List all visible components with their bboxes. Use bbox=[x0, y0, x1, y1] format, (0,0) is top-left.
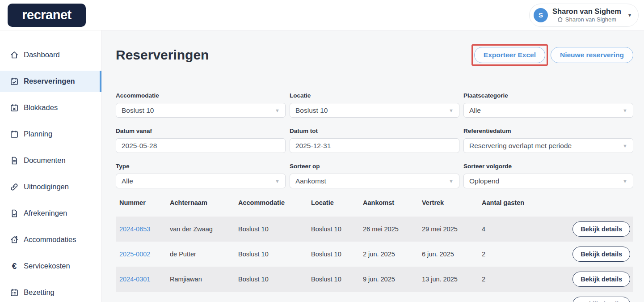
view-details-button[interactable]: Bekijk details bbox=[572, 247, 630, 262]
plaatscategorie-select[interactable]: Alle ▼ bbox=[463, 103, 633, 118]
sidebar-item-uitnodigingen[interactable]: Uitnodigingen bbox=[0, 176, 101, 197]
filter-datum-vanaf: Datum vanaf bbox=[116, 127, 286, 153]
recranet-logo[interactable]: recranet bbox=[8, 4, 86, 27]
filter-locatie: Locatie Boslust 10 ▼ bbox=[290, 92, 459, 118]
calendar-icon bbox=[10, 130, 19, 139]
sidebar-item-label: Bezetting bbox=[24, 288, 55, 297]
title-actions: Exporteer Excel Nieuwe reservering bbox=[471, 44, 633, 66]
cell-aankomst: 9 jun. 2025 bbox=[363, 276, 422, 283]
sidebar-item-label: Accommodaties bbox=[24, 235, 76, 244]
view-details-button[interactable]: Bekijk details bbox=[572, 272, 630, 287]
chevron-down-icon: ▼ bbox=[623, 108, 627, 113]
filter-plaatscategorie: Plaatscategorie Alle ▼ bbox=[463, 92, 633, 118]
cell-locatie: Boslust 10 bbox=[311, 276, 363, 283]
reservations-table: Nummer Achternaam Accommodatie Locatie A… bbox=[116, 188, 633, 302]
table-row: 2025-0002 de Putter Boslust 10 Boslust 1… bbox=[116, 242, 633, 267]
export-highlight-box: Exporteer Excel bbox=[471, 44, 548, 66]
chevron-down-icon: ▼ bbox=[449, 179, 454, 184]
chevron-down-icon: ▾ bbox=[628, 12, 631, 18]
sidebar-item-planning[interactable]: Planning bbox=[0, 123, 101, 145]
filter-label: Referentiedatum bbox=[463, 127, 633, 135]
view-details-button[interactable]: Bekijk details bbox=[572, 221, 630, 237]
cell-locatie: Boslust 10 bbox=[311, 251, 363, 258]
view-details-button[interactable]: Bekijk details bbox=[572, 297, 630, 302]
sorteer-volgorde-select[interactable]: Oplopend ▼ bbox=[463, 174, 633, 188]
sidebar: Dashboard Reserveringen Blokkades Planni… bbox=[0, 30, 102, 302]
table-header-row: Nummer Achternaam Accommodatie Locatie A… bbox=[116, 188, 633, 217]
user-name: Sharon van Sighem bbox=[552, 7, 621, 16]
sidebar-item-afrekeningen[interactable]: Afrekeningen bbox=[0, 203, 101, 224]
user-account: Sharon van Sighem bbox=[557, 16, 616, 23]
locatie-select[interactable]: Boslust 10 ▼ bbox=[290, 103, 459, 118]
filter-label: Datum tot bbox=[290, 127, 459, 135]
house-icon bbox=[10, 235, 19, 244]
sidebar-item-accommodaties[interactable]: Accommodaties bbox=[0, 229, 101, 250]
filter-label: Sorteer volgorde bbox=[463, 162, 633, 170]
cell-achternaam: de Putter bbox=[170, 251, 238, 258]
type-select[interactable]: Alle ▼ bbox=[116, 174, 286, 188]
sorteer-op-select[interactable]: Aankomst ▼ bbox=[290, 174, 459, 188]
sidebar-item-documenten[interactable]: Documenten bbox=[0, 150, 101, 171]
sidebar-item-blokkades[interactable]: Blokkades bbox=[0, 97, 101, 118]
reservation-number-link[interactable]: 2024-0653 bbox=[119, 225, 170, 233]
column-header-locatie: Locatie bbox=[311, 199, 363, 206]
column-header-vertrek: Vertrek bbox=[422, 199, 482, 206]
column-header-aankomst: Aankomst bbox=[363, 199, 422, 206]
datum-tot-input[interactable] bbox=[295, 142, 454, 150]
column-header-gasten: Aantal gasten bbox=[482, 199, 630, 206]
user-info: Sharon van Sighem Sharon van Sighem bbox=[552, 7, 621, 23]
user-menu[interactable]: S Sharon van Sighem Sharon van Sighem ▾ bbox=[529, 4, 639, 27]
cell-gasten: 2 bbox=[482, 276, 572, 283]
calendar-grid-icon bbox=[10, 288, 19, 297]
cell-locatie: Boslust 10 bbox=[311, 225, 363, 233]
cell-vertrek: 6 jun. 2025 bbox=[422, 251, 482, 258]
calendar-x-icon bbox=[10, 103, 19, 112]
filter-sorteer-volgorde: Sorteer volgorde Oplopend ▼ bbox=[463, 162, 633, 188]
cell-accommodatie: Boslust 10 bbox=[238, 225, 311, 233]
table-row: 2024-0653 van der Zwaag Boslust 10 Boslu… bbox=[116, 217, 633, 242]
invoice-icon bbox=[10, 209, 19, 218]
sidebar-item-label: Reserveringen bbox=[24, 77, 75, 85]
logo-text: recranet bbox=[22, 8, 71, 22]
euro-icon: € bbox=[10, 262, 19, 271]
filter-datum-tot: Datum tot bbox=[290, 127, 459, 153]
filter-referentiedatum: Referentiedatum Reservering overlapt met… bbox=[463, 127, 633, 153]
cell-achternaam: Ramjiawan bbox=[170, 276, 238, 283]
cell-aankomst: 26 mei 2025 bbox=[363, 225, 422, 233]
main-content: Reserveringen Exporteer Excel Nieuwe res… bbox=[102, 30, 644, 302]
reservation-number-link[interactable]: 2024-0301 bbox=[119, 276, 170, 283]
export-excel-button[interactable]: Exporteer Excel bbox=[474, 47, 545, 63]
home-icon bbox=[10, 51, 19, 60]
filter-label: Locatie bbox=[290, 92, 459, 99]
chevron-down-icon: ▼ bbox=[623, 143, 627, 149]
new-reservation-button[interactable]: Nieuwe reservering bbox=[551, 47, 633, 63]
sidebar-item-label: Documenten bbox=[24, 156, 66, 165]
cell-vertrek: 29 mei 2025 bbox=[422, 225, 482, 233]
referentiedatum-select[interactable]: Reservering overlapt met periode ▼ bbox=[463, 138, 633, 153]
filter-label: Plaatscategorie bbox=[463, 92, 633, 99]
home-small-icon bbox=[557, 17, 563, 22]
sidebar-item-servicekosten[interactable]: € Servicekosten bbox=[0, 255, 101, 276]
sidebar-item-label: Uitnodigingen bbox=[24, 183, 69, 191]
chevron-down-icon: ▼ bbox=[623, 179, 627, 184]
filter-accommodatie: Accommodatie Boslust 10 ▼ bbox=[116, 92, 286, 118]
reservation-number-link[interactable]: 2025-0002 bbox=[119, 251, 170, 258]
link-icon bbox=[10, 183, 19, 191]
sidebar-item-reserveringen[interactable]: Reserveringen bbox=[0, 71, 101, 92]
sidebar-item-dashboard[interactable]: Dashboard bbox=[0, 44, 101, 65]
chevron-down-icon: ▼ bbox=[275, 108, 280, 113]
cell-gasten: 4 bbox=[482, 225, 572, 233]
top-header: recranet S Sharon van Sighem Sharon van … bbox=[0, 0, 644, 30]
sidebar-item-label: Blokkades bbox=[24, 103, 58, 112]
table-row-partial: Bekijk details bbox=[116, 292, 633, 302]
filter-label: Sorteer op bbox=[290, 162, 459, 170]
sidebar-item-label: Dashboard bbox=[24, 51, 60, 59]
sidebar-item-bezetting[interactable]: Bezetting bbox=[0, 282, 101, 302]
accommodatie-select[interactable]: Boslust 10 ▼ bbox=[116, 103, 286, 118]
avatar: S bbox=[534, 8, 548, 22]
cell-achternaam: van der Zwaag bbox=[170, 225, 238, 233]
filter-label: Datum vanaf bbox=[116, 127, 286, 135]
sidebar-item-label: Planning bbox=[24, 130, 52, 138]
datum-vanaf-input[interactable] bbox=[122, 142, 280, 150]
column-header-accommodatie: Accommodatie bbox=[238, 199, 311, 206]
